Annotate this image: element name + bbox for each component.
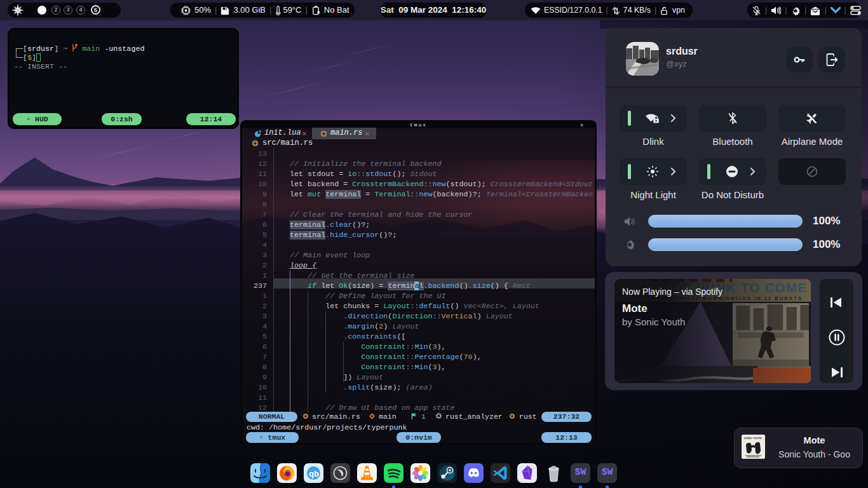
svg-text:SONIC YOUTH: SONIC YOUTH xyxy=(744,437,762,440)
svg-text:qb: qb xyxy=(309,469,319,478)
